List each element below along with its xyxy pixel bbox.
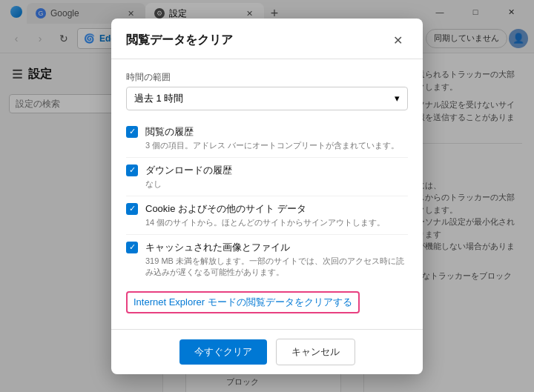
check-icon: ✓ [129,204,136,213]
time-range-value: 過去 1 時間 [134,92,183,105]
checkbox-browsing-content: 閲覧の履歴 3 個の項目。アドレス バーにオートコンプリートが含まれています。 [145,125,399,151]
checkbox-download-input[interactable]: ✓ [126,165,138,176]
modal-overlay: 閲覧データをクリア ✕ 時間の範囲 過去 1 時間 ▾ ✓ 閲覧の履歴 3 個の… [0,0,534,392]
dropdown-chevron-icon: ▾ [395,93,400,104]
browsing-label: 閲覧の履歴 [145,125,399,139]
time-range-select[interactable]: 過去 1 時間 ▾ [126,87,408,110]
checkbox-cache: ✓ キャッシュされた画像とファイル 319 MB 未満を解放します。一部のサイト… [126,235,408,284]
checkbox-download-history: ✓ ダウンロードの履歴 なし [126,158,408,196]
browsing-desc: 3 個の項目。アドレス バーにオートコンプリートが含まれています。 [145,140,399,151]
dialog-body: 時間の範囲 過去 1 時間 ▾ ✓ 閲覧の履歴 3 個の項目。アドレス バーにオ… [111,59,423,329]
check-icon: ✓ [129,127,136,136]
checkbox-cookies: ✓ Cookie およびその他のサイト データ 14 個のサイトから。ほとんどの… [126,196,408,235]
check-icon: ✓ [129,165,136,175]
cache-desc: 319 MB 未満を解放します。一部のサイトでは、次回のアクセス時に読み込みが遅… [145,256,408,278]
clear-data-dialog: 閲覧データをクリア ✕ 時間の範囲 過去 1 時間 ▾ ✓ 閲覧の履歴 3 個の… [111,19,423,374]
dialog-footer: 今すぐクリア キャンセル [111,329,423,374]
dialog-title: 閲覧データをクリア [126,33,233,48]
cookies-desc: 14 個のサイトから。ほとんどのサイトからサインアウトします。 [145,217,385,228]
checkbox-cookies-input[interactable]: ✓ [126,203,138,215]
check-icon: ✓ [129,242,136,252]
cookies-label: Cookie およびその他のサイト データ [145,202,385,216]
checkbox-cookies-content: Cookie およびその他のサイト データ 14 個のサイトから。ほとんどのサイ… [145,202,385,228]
cancel-button[interactable]: キャンセル [276,339,355,365]
ie-link-section: Internet Explorer モードの閲覧データをクリアする [126,284,408,321]
download-label: ダウンロードの履歴 [145,164,232,177]
download-desc: なし [145,179,232,190]
dialog-close-button[interactable]: ✕ [387,30,408,51]
cache-label: キャッシュされた画像とファイル [145,241,408,254]
checkbox-cache-content: キャッシュされた画像とファイル 319 MB 未満を解放します。一部のサイトでは… [145,241,408,278]
dialog-header: 閲覧データをクリア ✕ [111,19,423,59]
ie-mode-clear-link[interactable]: Internet Explorer モードの閲覧データをクリアする [126,291,360,313]
clear-now-button[interactable]: 今すぐクリア [179,339,267,365]
checkbox-download-content: ダウンロードの履歴 なし [145,164,232,190]
checkbox-browsing-history: ✓ 閲覧の履歴 3 個の項目。アドレス バーにオートコンプリートが含まれています… [126,119,408,158]
checkbox-cache-input[interactable]: ✓ [126,242,138,253]
checkbox-browsing-input[interactable]: ✓ [126,126,138,138]
checkboxes-container: ✓ 閲覧の履歴 3 個の項目。アドレス バーにオートコンプリートが含まれています… [126,119,408,284]
time-range-label: 時間の範囲 [126,71,408,84]
